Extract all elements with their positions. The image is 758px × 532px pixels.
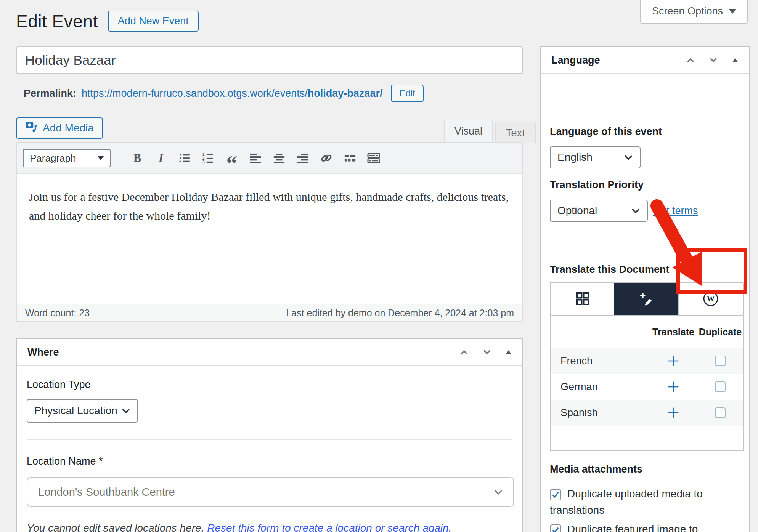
media-option-label: Duplicate featured image to translations	[550, 523, 698, 532]
collapse-toggle-icon[interactable]	[732, 58, 738, 62]
italic-button[interactable]: I	[151, 149, 171, 168]
where-metabox: Where Location Type Physical Location Lo…	[16, 338, 523, 532]
table-row-german: German	[551, 374, 743, 400]
add-new-event-button[interactable]: Add New Event	[108, 11, 199, 32]
media-option-label: Duplicate uploaded media to translations	[550, 488, 703, 516]
checkmark-icon	[551, 526, 560, 532]
page-header: Edit Event Add New Event	[16, 11, 199, 32]
language-select-value: English	[557, 151, 593, 163]
plus-icon	[667, 407, 679, 419]
permalink-link[interactable]: https://modern-furruco.sandbox.otgs.work…	[82, 88, 382, 99]
paragraph-style-value: Paragraph	[30, 152, 76, 164]
page-title: Edit Event	[16, 11, 98, 32]
wordpress-edit-event-screen: Edit Event Add New Event Screen Options …	[0, 0, 758, 532]
move-up-icon[interactable]	[686, 57, 695, 63]
location-type-value: Physical Location	[34, 405, 117, 417]
language-name: French	[551, 355, 649, 367]
priority-select-value: Optional	[557, 205, 597, 217]
add-media-icon	[25, 120, 38, 136]
divider	[27, 439, 512, 440]
language-select[interactable]: English	[550, 146, 641, 168]
language-of-event-label: Language of this event	[550, 126, 662, 138]
language-metabox: Language Language of this event English …	[540, 46, 750, 532]
duplicate-uploaded-media-checkbox[interactable]	[550, 489, 561, 500]
tab-wpml-grid[interactable]	[551, 283, 614, 315]
edit-permalink-button[interactable]: Edit	[391, 85, 423, 102]
translation-priority-select[interactable]: Optional	[550, 200, 648, 222]
media-attachments-label: Media attachments	[550, 463, 642, 475]
editor-content-area[interactable]: Join us for a festive December Holiday B…	[17, 174, 522, 304]
align-left-button[interactable]	[246, 149, 265, 168]
chevron-down-icon	[729, 9, 736, 14]
chevron-down-icon	[98, 156, 104, 160]
duplicate-checkbox[interactable]	[715, 356, 726, 366]
tab-visual[interactable]: Visual	[444, 120, 493, 143]
media-attachments-options: Duplicate uploaded media to translations…	[550, 486, 722, 532]
screen-options-label: Screen Options	[652, 5, 723, 17]
editor-mode-tabs: Visual Text	[444, 120, 536, 143]
bullet-list-button[interactable]	[175, 149, 194, 168]
edit-terms-link[interactable]: edit terms	[653, 205, 698, 217]
collapse-toggle-icon[interactable]	[506, 350, 512, 354]
event-title-input[interactable]	[16, 46, 523, 74]
editor-statusbar: Word count: 23 Last edited by demo on De…	[17, 304, 522, 321]
location-type-label: Location Type	[27, 379, 512, 391]
tab-wordpress-editor[interactable]: W	[678, 283, 743, 315]
where-title: Where	[27, 346, 59, 358]
language-title: Language	[551, 54, 600, 66]
duplicate-featured-image-checkbox[interactable]	[550, 524, 561, 532]
permalink-row: Permalink: https://modern-furruco.sandbo…	[24, 85, 424, 102]
location-name-input[interactable]	[37, 486, 493, 499]
svg-text:W: W	[707, 294, 715, 303]
screen-options-button[interactable]: Screen Options	[640, 0, 748, 24]
translate-column-header: Translate	[649, 327, 698, 338]
tab-wpml-classic-editor[interactable]	[614, 283, 678, 315]
event-description-text: Join us for a festive December Holiday B…	[29, 188, 510, 225]
duplicate-checkbox[interactable]	[715, 381, 726, 392]
language-metabox-header: Language	[541, 47, 749, 74]
tab-text[interactable]: Text	[495, 122, 536, 143]
location-type-select[interactable]: Physical Location	[27, 399, 138, 423]
language-name: Spanish	[551, 407, 649, 419]
pencil-plus-icon	[639, 291, 654, 306]
add-translation-button[interactable]	[649, 381, 698, 393]
svg-text:3: 3	[202, 160, 204, 164]
table-row-spanish: Spanish	[551, 400, 743, 426]
media-option-featured: Duplicate featured image to translations	[550, 521, 722, 532]
align-center-button[interactable]	[269, 149, 289, 168]
translation-languages-table: Translate Duplicate French German	[550, 315, 744, 451]
align-right-button[interactable]	[293, 149, 313, 168]
blockquote-button[interactable]: “	[222, 149, 242, 168]
add-translation-button[interactable]	[649, 355, 698, 367]
location-name-combobox[interactable]	[27, 477, 514, 507]
add-translation-button[interactable]	[649, 407, 698, 419]
insert-link-button[interactable]	[316, 149, 336, 168]
location-note: You cannot edit saved locations here. Re…	[27, 522, 512, 532]
where-metabox-body: Location Type Physical Location Location…	[17, 366, 522, 532]
add-media-button[interactable]: Add Media	[16, 117, 103, 139]
word-count: Word count: 23	[25, 308, 90, 319]
language-name: German	[551, 381, 649, 393]
reset-form-link[interactable]: Reset this form to create a location or …	[207, 522, 451, 532]
chevron-down-icon	[121, 407, 130, 414]
chevron-down-icon	[624, 154, 633, 161]
move-down-icon[interactable]	[483, 349, 491, 355]
numbered-list-button[interactable]: 1 2 3	[198, 149, 218, 168]
permalink-slug: holiday-bazaar/	[308, 88, 383, 99]
table-header-row: Translate Duplicate	[551, 316, 743, 348]
toolbar-toggle-button[interactable]	[364, 149, 384, 168]
move-up-icon[interactable]	[460, 349, 468, 355]
plus-icon	[667, 381, 679, 393]
where-metabox-header: Where	[17, 339, 522, 366]
add-media-label: Add Media	[43, 122, 94, 134]
translation-editor-tabs: W	[550, 282, 744, 316]
read-more-tag-button[interactable]	[340, 149, 360, 168]
classic-editor: Paragraph B I 1 2 3	[16, 142, 523, 322]
bold-button[interactable]: B	[127, 149, 147, 168]
location-name-label: Location Name *	[27, 455, 512, 467]
move-down-icon[interactable]	[709, 57, 718, 63]
duplicate-checkbox[interactable]	[715, 407, 726, 418]
paragraph-style-dropdown[interactable]: Paragraph	[23, 149, 111, 167]
editor-toolbar: Paragraph B I 1 2 3	[17, 143, 522, 174]
plus-icon	[667, 355, 679, 367]
